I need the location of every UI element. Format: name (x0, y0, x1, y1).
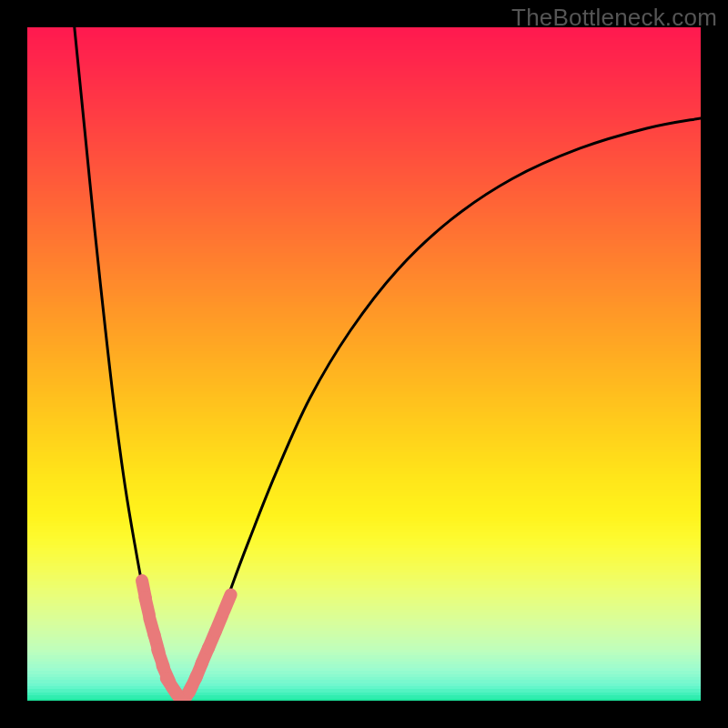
watermark-text: TheBottleneck.com (511, 4, 717, 32)
right-curve (182, 118, 701, 701)
left-curve (75, 27, 182, 701)
plot-area (27, 27, 701, 701)
chart-frame: TheBottleneck.com (0, 0, 728, 728)
curves-layer (27, 27, 701, 701)
right-dots-marker (224, 594, 231, 611)
